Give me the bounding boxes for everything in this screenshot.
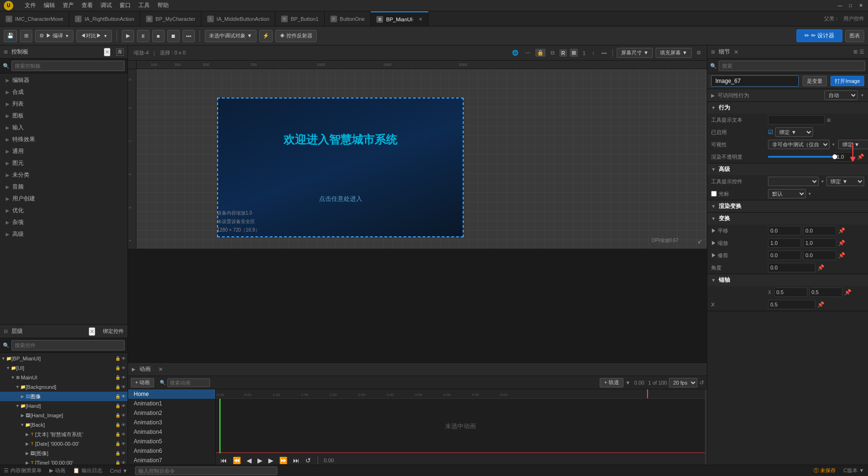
layers-panel-close[interactable]: ✕ [89, 327, 95, 336]
panel-item-optimize[interactable]: ▶ 优化 [0, 205, 128, 216]
panel-item-advanced[interactable]: ▶ 高级 [0, 228, 128, 240]
more-canvas-icon[interactable]: ••• [600, 49, 609, 57]
tree-node-text-zhihui[interactable]: ▶ T [文本] '智慧城市系统' 🔒 👁 [0, 430, 128, 439]
save-button[interactable]: 💾 [4, 30, 17, 42]
tree-expand-arrow[interactable]: ▶ [25, 432, 29, 437]
compare-button[interactable]: ◀对比▶ ▼ [76, 30, 112, 42]
menu-window[interactable]: 窗口 [119, 1, 131, 9]
panel-item-misc[interactable]: ▶ 杂项 [0, 216, 128, 228]
timeline-body[interactable]: 未选中动画 [216, 399, 705, 453]
list-icon[interactable]: ☰ [859, 49, 864, 55]
fps-select[interactable]: 20 fps 24 fps 30 fps 60 fps [669, 378, 697, 387]
tree-node-image[interactable]: ▶ 🖼 图像 🔒 👁 [0, 392, 128, 401]
panel-item-audio[interactable]: ▶ 音频 [0, 181, 128, 193]
tree-expand-arrow[interactable]: ▶ [20, 413, 25, 418]
tab-ia2[interactable]: I IA_MiddleButtonAction [201, 11, 275, 26]
compile-button[interactable]: ⚙ ▶ 编译 ▼ [35, 30, 73, 42]
resize-handle[interactable]: ↙ [697, 237, 703, 245]
menu-help[interactable]: 帮助 [157, 1, 169, 9]
angle-pin[interactable]: 📌 [817, 264, 824, 271]
tooltip-input[interactable] [768, 115, 825, 125]
tree-node-mainui[interactable]: ▼ ⊞ MainUI 🔒 👁 [0, 373, 128, 382]
num1-icon[interactable]: 1 [581, 49, 587, 57]
panel-item-editor[interactable]: ▶ 编辑器 [0, 74, 128, 86]
render-transform-header[interactable]: ▼ 渲染变换 [707, 200, 868, 212]
more-button[interactable]: ••• [183, 30, 195, 42]
right-search-input[interactable] [719, 61, 865, 71]
panel-item-user[interactable]: ▶ 用户创建 [0, 193, 128, 205]
shear-x-input[interactable] [768, 251, 801, 260]
menu-view[interactable]: 查看 [82, 1, 93, 9]
widget-name-input[interactable] [711, 75, 799, 87]
debug-target-select[interactable]: 未选中调试对象 ▼ [205, 30, 256, 42]
status-cmd-item[interactable]: Cmd ▼ [110, 468, 128, 474]
play-transport-button[interactable]: ▶ [256, 456, 264, 465]
panel-item-board[interactable]: ▶ 图板 [0, 110, 128, 122]
right-panel-close-btn[interactable]: ✕ [734, 49, 739, 55]
tree-expand-arrow[interactable]: ▼ [10, 375, 15, 380]
status-log-item[interactable]: 📋 输出日志 [73, 467, 102, 474]
zoom-label[interactable]: 缩放-4 [132, 48, 151, 57]
debug-icon-button[interactable]: ⚡ [259, 30, 273, 42]
tree-expand-arrow[interactable]: ▶ [20, 394, 25, 399]
transform-section-header[interactable]: ▼ 变换 [707, 213, 868, 225]
cursor-select[interactable]: 默认 [768, 189, 806, 198]
play-button[interactable]: ▶ [122, 30, 134, 42]
visibility-select[interactable]: 非可命中测试（仅自 [768, 140, 830, 149]
cmd-input[interactable] [135, 467, 277, 475]
behavior-section-header[interactable]: ▼ 行为 [707, 102, 868, 114]
tab-bp1[interactable]: B BP_MyCharacter [140, 11, 201, 26]
menu-edit[interactable]: 编辑 [44, 1, 55, 9]
tree-node-image2[interactable]: ▶ 🖼 [图像] 🔒 👁 [0, 449, 128, 458]
filter-icon[interactable]: ▼ [625, 380, 630, 386]
next-frame-button[interactable]: ▶ [267, 456, 274, 465]
enabled-bind-select[interactable]: 绑定 ▼ [775, 127, 813, 137]
menu-debug[interactable]: 调试 [101, 1, 112, 9]
tree-expand-arrow[interactable]: ▼ [15, 385, 20, 389]
anim-item-7[interactable]: Animation7 [128, 456, 215, 465]
next-key-button[interactable]: ⏩ [278, 456, 288, 465]
menu-asset[interactable]: 资产 [63, 1, 74, 9]
angle-input[interactable] [768, 263, 815, 272]
slider-thumb[interactable] [832, 154, 837, 159]
opacity-slider[interactable] [768, 156, 832, 158]
designer-button[interactable]: ✏ ✏ 设计器 [796, 29, 842, 42]
tree-expand-arrow[interactable]: ▶ [25, 441, 29, 446]
tree-node-background[interactable]: ▼ 📁 [Background] 🔒 👁 [0, 382, 128, 392]
scale-x-input[interactable] [768, 238, 801, 248]
thumbnail-button[interactable]: ⊞ [20, 30, 32, 42]
skip-button[interactable]: ⏹ [167, 30, 180, 42]
prev-key-button[interactable]: ⏪ [232, 456, 242, 465]
tab-close-mian[interactable]: ✕ [419, 17, 422, 22]
tree-expand-arrow[interactable]: ▼ [15, 404, 20, 408]
advanced-section-header[interactable]: ▼ 高级 [707, 163, 868, 175]
minimize-button[interactable]: — [837, 2, 843, 9]
to-start-button[interactable]: ⏮ [219, 456, 228, 465]
tree-node-date[interactable]: ▶ T [Date] '0000-00-00' 🔒 👁 [0, 439, 128, 449]
tree-node-hand-image[interactable]: ▶ 🖼 [Hand_Image] 🔒 👁 [0, 411, 128, 420]
close-button[interactable]: ✕ [858, 2, 864, 9]
tab-imc[interactable]: I IMC_CharacterMove [0, 11, 69, 26]
anim-item-1[interactable]: Animation1 [128, 399, 215, 408]
anim-item-5[interactable]: Animation5 [128, 437, 215, 446]
layers-search-input[interactable] [11, 340, 125, 350]
menu-file[interactable]: 文件 [25, 1, 36, 9]
panel-item-uncategorized[interactable]: ▶ 未分类 [0, 169, 128, 181]
tree-expand-arrow[interactable]: ▼ [6, 366, 10, 370]
fill-screen-button[interactable]: 填充屏幕 ▼ [656, 48, 692, 58]
translate-y-input[interactable] [803, 226, 836, 235]
anim-item-6[interactable]: Animation6 [128, 446, 215, 456]
tab-mian[interactable]: B BP_MianUI· ✕ [371, 11, 429, 26]
pivot-section-header[interactable]: ▼ 锚轴 [707, 274, 868, 286]
grid-icon[interactable]: ⊟ [548, 49, 557, 57]
stop-button[interactable]: ■ [152, 30, 164, 42]
tooltip-bind-select[interactable]: 绑定 ▼ [826, 177, 864, 186]
reflect-button[interactable]: ◈ 控件反射器 [275, 30, 317, 42]
loop-icon[interactable]: ↺ [699, 379, 704, 386]
library-button[interactable]: 库 [116, 48, 124, 56]
panel-item-composite[interactable]: ▶ 合成 [0, 86, 128, 98]
tooltip-widget-select[interactable] [768, 177, 819, 186]
tree-node-hand[interactable]: ▼ 📁 [Hand] 🔒 👁 [0, 401, 128, 411]
status-version[interactable]: C版本 ▼ [843, 467, 864, 474]
layout-icon[interactable]: ⊞ [570, 49, 578, 57]
